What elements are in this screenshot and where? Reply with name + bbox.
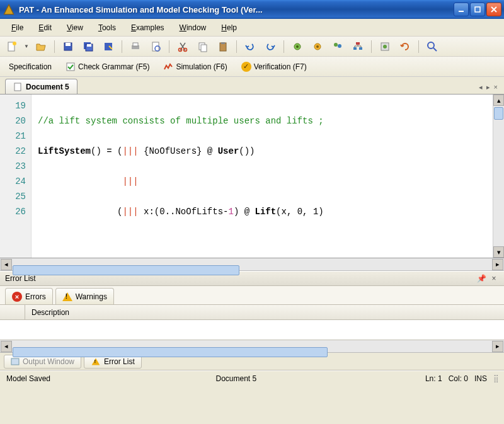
svg-point-31 [428,42,434,49]
svg-point-23 [316,45,319,48]
tab-close-button[interactable]: × [494,83,498,91]
svg-rect-5 [66,43,71,46]
warnings-tab[interactable]: Warnings [55,288,114,304]
err-hscroll-thumb[interactable] [13,347,328,357]
tab-document-5[interactable]: Document 5 [5,79,77,94]
print-preview-button[interactable] [147,39,164,54]
error-list-title: Error List [5,274,36,283]
save-all-button[interactable] [80,39,96,54]
status-document: Document 5 [215,374,425,383]
vertical-scrollbar[interactable]: ▴ ▾ [493,95,504,258]
svg-rect-8 [87,44,91,47]
titlebar: PAT - An Enhanced Simulation and Model C… [0,0,504,19]
scroll-thumb[interactable] [494,107,503,120]
gear1-button[interactable] [289,39,306,54]
error-list-columns: Description [0,305,504,320]
error-filter-tabs: × Errors Warnings [0,286,504,305]
menu-window[interactable]: Window [173,21,213,34]
error-icon: × [12,292,22,302]
error-list-table: Description [0,305,504,340]
menu-tools[interactable]: Tools [92,21,122,34]
copy-button[interactable] [195,39,211,54]
svg-rect-19 [221,42,225,44]
svg-rect-32 [67,63,74,71]
cut-button[interactable] [175,39,191,54]
svg-rect-27 [353,47,357,50]
status-col: Col: 0 [449,374,468,383]
svg-rect-9 [105,43,112,50]
code-body[interactable]: //a lift system consists of multiple use… [32,95,493,258]
svg-rect-1 [475,7,480,12]
menu-examples[interactable]: Examples [125,21,171,34]
line-gutter: 19 20 21 22 23 24 25 26 [0,95,32,258]
svg-rect-17 [201,45,207,52]
tree-button[interactable] [350,39,366,54]
scroll-down-button[interactable]: ▾ [493,246,504,258]
hscroll-thumb[interactable] [13,265,239,275]
panel-close-icon[interactable]: × [489,273,499,284]
error-col-description[interactable]: Description [25,308,69,317]
tab-next-button[interactable]: ▸ [486,83,490,91]
settings-button[interactable] [377,39,393,54]
statusbar: Model Saved Document 5 Ln: 1 Col: 0 INS … [0,370,504,386]
save-button[interactable] [60,39,76,54]
svg-rect-11 [133,43,138,46]
scroll-left-button[interactable]: ◂ [1,259,12,270]
svg-rect-33 [14,83,21,91]
svg-point-21 [296,45,299,48]
minimize-button[interactable] [454,3,469,16]
errors-tab[interactable]: × Errors [5,288,53,304]
app-icon [3,3,15,16]
svg-rect-34 [11,358,19,365]
status-message: Model Saved [6,374,215,383]
redo-button[interactable] [262,39,278,54]
scroll-right-button[interactable]: ▸ [492,259,503,270]
save-as-button[interactable] [100,39,117,54]
error-hscrollbar[interactable]: ◂ ▸ [0,340,504,353]
close-button[interactable] [486,3,501,16]
specification-label: Specification [5,60,55,73]
menu-edit[interactable]: Edit [32,21,58,34]
simulation-button[interactable]: Simulation (F6) [159,60,231,74]
horizontal-scrollbar[interactable]: ◂ ▸ [0,258,504,271]
status-ins: INS [474,374,487,383]
svg-rect-0 [459,11,464,12]
pin-icon[interactable]: 📌 [476,273,486,284]
spec-toolbar: Specification Check Grammar (F5) Simulat… [0,57,504,77]
svg-rect-26 [356,42,360,45]
svg-point-30 [383,45,387,49]
check-icon: ✓ [241,62,251,72]
menu-file[interactable]: File [5,21,30,34]
zoom-button[interactable] [424,39,440,54]
dropdown-arrow-icon[interactable]: ▼ [24,43,29,49]
document-tabs: Document 5 ◂ ▸ × [0,77,504,95]
err-scroll-left[interactable]: ◂ [1,341,12,352]
undo-button[interactable] [242,39,258,54]
svg-point-24 [334,43,338,47]
svg-point-25 [338,44,341,48]
window-title: PAT - An Enhanced Simulation and Model C… [19,5,454,14]
scroll-up-button[interactable]: ▴ [493,95,504,106]
menu-help[interactable]: Help [215,21,243,34]
code-editor[interactable]: 19 20 21 22 23 24 25 26 //a lift system … [0,95,504,258]
gear2-button[interactable] [309,39,326,54]
menubar: File Edit View Tools Examples Window Hel… [0,19,504,37]
maximize-button[interactable] [470,3,485,16]
menu-view[interactable]: View [60,21,89,34]
warning-icon [92,358,100,365]
error-col-icon[interactable] [0,305,25,319]
open-button[interactable] [33,39,49,54]
print-button[interactable] [127,39,144,54]
verification-button[interactable]: ✓ Verification (F7) [238,60,311,74]
svg-point-3 [13,42,16,45]
check-grammar-button[interactable]: Check Grammar (F5) [62,60,153,74]
resize-grip[interactable]: ⣿ [493,374,498,383]
users-button[interactable] [329,39,346,54]
new-button[interactable] [4,39,20,54]
paste-button[interactable] [215,39,231,54]
err-scroll-right[interactable]: ▸ [492,341,503,352]
main-toolbar: ▼ [0,37,504,57]
tab-prev-button[interactable]: ◂ [479,83,483,91]
status-line: Ln: 1 [425,374,442,383]
reload-button[interactable] [397,39,413,54]
